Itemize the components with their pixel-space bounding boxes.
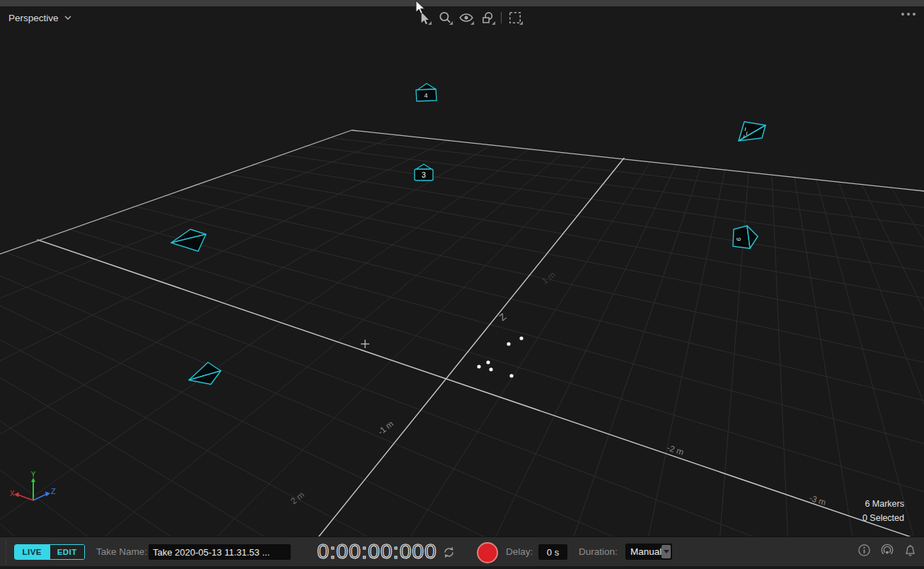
streaming-icon[interactable] [880,543,894,557]
padlock-magnifier-icon [480,11,495,25]
axis-y-label: Y [31,471,36,478]
marker-dot[interactable] [477,364,480,368]
loop-refresh-icon[interactable] [442,546,456,559]
toolbar-separator [501,12,502,23]
marquee-icon [508,11,522,25]
marker-dot[interactable] [519,336,523,340]
viewport-toolbar: Perspective [0,6,924,30]
zoom-tool-button[interactable] [436,9,454,26]
notifications-bell-icon[interactable] [903,544,917,557]
marker-dot[interactable] [486,360,490,364]
camera-frustum-bottom-left[interactable] [189,362,221,384]
grid-label: -3 m [808,493,827,508]
z-axis-label: Z [497,311,509,323]
view-selector-label: Perspective [8,13,59,23]
marker-dot[interactable] [489,367,492,371]
magnifier-icon [438,11,452,25]
chevron-down-icon [662,545,671,558]
3d-viewport[interactable]: 1 m -1 m 2 m -2 m -3 m Z 4 3 [0,0,924,536]
camera-number: 6 [735,237,742,241]
record-button[interactable] [477,542,498,563]
camera-3[interactable]: 3 [415,164,433,180]
grid-labels: 1 m -1 m 2 m -2 m -3 m Z [289,270,827,507]
selected-count: 0 Selected [862,511,904,525]
capture-toolbar: LIVE EDIT Take Name: Delay: Duration: Ma… [0,536,924,566]
marker-dot[interactable] [507,342,510,345]
grid-ticks [361,340,369,348]
os-titlebar [0,0,924,6]
duration-select[interactable]: Manual [625,544,672,560]
chevron-down-icon [64,16,71,20]
divider [6,539,6,565]
take-name-label: Take Name: [96,544,147,560]
camera-number: 4 [424,92,427,99]
duration-value: Manual [625,546,662,557]
duration-label: Duration: [579,544,618,560]
edit-mode-button[interactable]: EDIT [50,545,85,559]
motive-window: 1 m -1 m 2 m -2 m -3 m Z 4 3 [0,0,924,569]
marquee-select-button[interactable] [506,9,524,26]
markers-count: 6 Markers [862,497,904,511]
viewport-status: 6 Markers 0 Selected [862,497,904,525]
grid-label: 2 m [289,490,306,506]
grid-label: -1 m [376,419,395,437]
zoom-lock-tool-button[interactable] [478,9,497,26]
visibility-tool-button[interactable] [457,9,475,26]
delay-input[interactable] [538,544,567,560]
delay-label: Delay: [506,544,533,560]
viewport-tools [415,7,527,28]
axis-z-label: Z [51,487,56,495]
take-name-input[interactable] [149,544,291,560]
eye-icon [458,11,474,25]
axis-x-label: X [10,490,15,498]
grid-label: -2 m [666,443,685,458]
marker-dot[interactable] [509,374,513,377]
camera-number: 3 [422,171,426,179]
camera-frustum-left[interactable] [171,229,206,251]
horizon-mask [0,0,924,253]
live-edit-toggle: LIVE EDIT [14,544,85,560]
status-icons [857,543,917,557]
grid-label: 1 m [540,270,557,286]
info-icon[interactable] [857,544,871,557]
more-options-button[interactable] [901,13,916,16]
ellipsis-icon [901,13,904,16]
timecode-display: 0:00:00:000 [317,539,437,563]
camera-6[interactable]: 6 [733,226,758,248]
mouse-cursor [413,0,429,17]
live-mode-button[interactable]: LIVE [15,545,50,559]
view-selector-dropdown[interactable]: Perspective [8,9,71,26]
